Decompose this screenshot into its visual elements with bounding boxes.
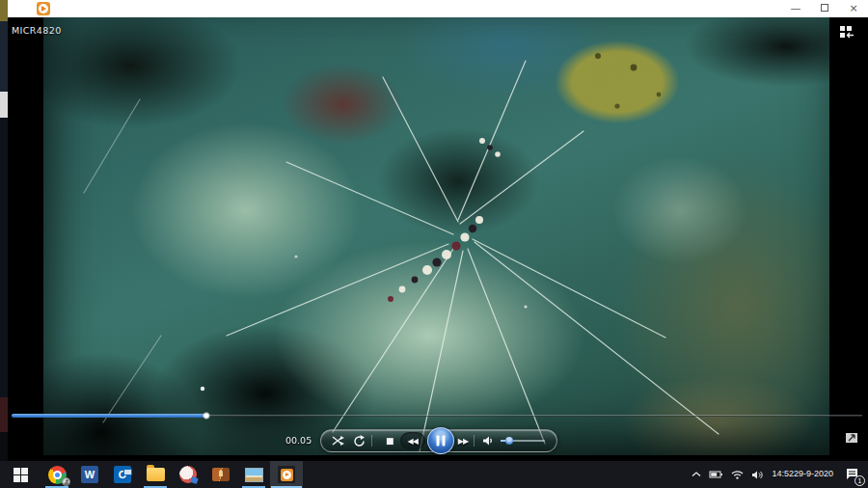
start-button[interactable]	[0, 461, 41, 488]
mute-button[interactable]	[482, 431, 494, 450]
background-window-fragment	[0, 92, 8, 118]
stop-button[interactable]: ■	[386, 431, 394, 450]
rewind-button[interactable]: ◀◀	[408, 431, 418, 450]
fast-forward-button[interactable]: ▶▶	[458, 431, 468, 450]
action-center-button[interactable]: 1	[841, 461, 862, 488]
elapsed-time: 00.05	[285, 435, 312, 446]
battery-button[interactable]	[709, 461, 723, 488]
hidden-icons-button[interactable]	[692, 461, 701, 488]
close-button[interactable]: ×	[839, 0, 868, 17]
clock[interactable]: 14:52 29-9-2020	[772, 461, 833, 488]
taskbar-item-chrome[interactable]	[41, 461, 73, 488]
tray-speaker-icon	[751, 470, 764, 480]
controls-divider	[371, 435, 372, 447]
underwater-scene	[43, 17, 829, 455]
network-button[interactable]	[731, 461, 744, 488]
desktop: — ×	[0, 0, 868, 488]
video-frame[interactable]	[43, 17, 829, 455]
volume-slider[interactable]	[501, 435, 545, 447]
repeat-icon	[353, 435, 366, 447]
wifi-icon	[731, 470, 744, 479]
background-window-edge[interactable]	[0, 0, 8, 461]
repeat-button[interactable]	[353, 431, 366, 450]
word-icon: W	[81, 466, 98, 483]
volume-fill	[501, 440, 509, 442]
volume-icon	[482, 435, 494, 447]
switch-to-library-button[interactable]	[837, 25, 856, 41]
shuffle-button[interactable]	[332, 431, 345, 450]
background-window-fragment	[0, 397, 8, 432]
photo-app-icon	[179, 466, 197, 483]
maximize-icon	[821, 4, 828, 12]
pause-icon	[436, 436, 445, 447]
background-window-fragment	[0, 21, 8, 92]
fullscreen-icon	[844, 431, 859, 445]
video-stage: MICR4820 00.05	[8, 17, 868, 461]
taskbar-item-photo-app[interactable]	[172, 461, 204, 488]
taskbar-item-photos[interactable]	[237, 461, 270, 488]
background-window-fragment	[0, 118, 8, 397]
seek-progress	[12, 414, 207, 418]
system-tray: 14:52 29-9-2020 1	[692, 461, 868, 488]
background-window-fragment	[0, 0, 8, 21]
photos-app-icon	[245, 468, 263, 482]
volume-track	[501, 440, 545, 442]
volume-thumb[interactable]	[505, 437, 513, 445]
start-icon	[14, 468, 28, 482]
seek-bar[interactable]	[12, 414, 862, 420]
profile-avatar	[62, 477, 70, 486]
switch-to-library-icon	[837, 25, 856, 41]
taskbar-item-word[interactable]: W	[73, 461, 106, 488]
taskbar-item-outlook[interactable]: O	[106, 461, 139, 488]
media-player-taskbar-icon	[278, 466, 295, 483]
taskbar-item-file-explorer[interactable]	[139, 461, 172, 488]
tray-time: 14:52	[772, 469, 794, 479]
battery-icon	[709, 470, 723, 479]
window-title-bar[interactable]: — ×	[8, 0, 868, 17]
maximize-button[interactable]	[810, 0, 839, 17]
media-title-overlay: MICR4820	[12, 25, 62, 36]
taskbar: W O	[0, 461, 868, 488]
pause-button[interactable]	[427, 427, 454, 454]
playback-controls: ■ ◀◀ ▶▶	[320, 429, 557, 452]
file-explorer-icon	[147, 468, 165, 481]
tray-date: 29-9-2020	[794, 469, 833, 479]
book-app-icon	[212, 468, 230, 481]
wmp-app-icon	[37, 2, 50, 15]
taskbar-item-book-app[interactable]	[204, 461, 237, 488]
minimize-button[interactable]: —	[781, 0, 810, 17]
volume-tray-button[interactable]	[751, 461, 764, 488]
taskbar-item-media-player[interactable]	[270, 461, 303, 488]
shrimp	[388, 138, 501, 302]
background-window-fragment	[0, 432, 8, 461]
shuffle-icon	[332, 435, 345, 447]
hidden-icons-chevron	[692, 471, 701, 478]
seek-buttons-well: ◀◀	[400, 432, 425, 449]
fullscreen-button[interactable]	[844, 431, 859, 445]
controls-divider	[474, 435, 475, 447]
outlook-icon: O	[114, 466, 131, 483]
media-player-window: — ×	[8, 0, 868, 461]
notification-badge: 1	[854, 475, 865, 486]
